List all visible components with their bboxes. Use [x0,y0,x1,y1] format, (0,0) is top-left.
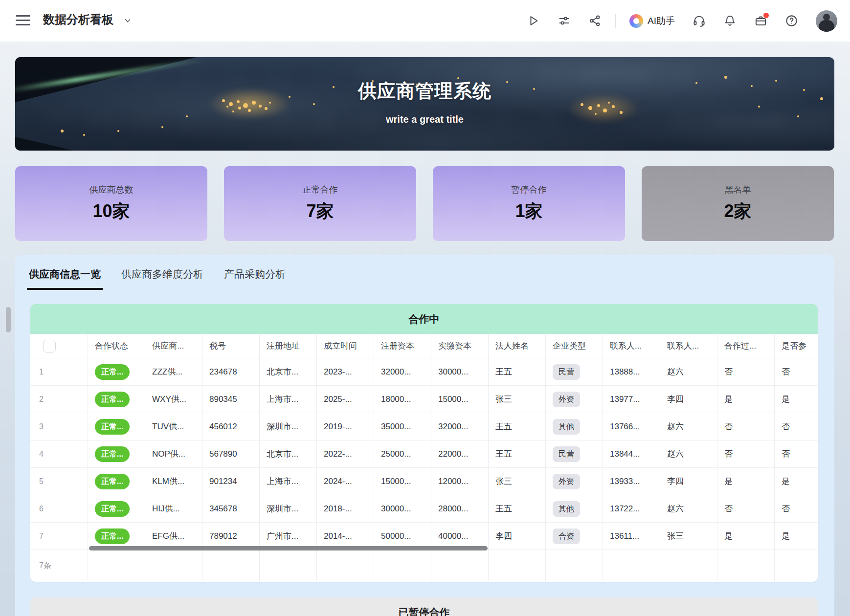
table-cell[interactable]: 890345 [202,386,260,413]
table-cell[interactable]: 13933... [603,468,660,495]
table-cell[interactable]: 王五 [489,440,546,468]
column-header[interactable]: 供应商... [145,334,202,358]
table-cell[interactable]: 上海市... [260,468,317,495]
table-cell[interactable]: 是 [775,468,818,495]
table-cell[interactable]: 李四 [660,468,717,495]
table-cell[interactable]: 30000... [431,358,489,386]
table-cell[interactable]: 456012 [202,413,260,440]
column-header[interactable]: 是否参 [775,334,818,358]
table-cell[interactable]: 32000... [374,358,431,386]
table-cell[interactable]: NOP供... [145,440,202,468]
table-cell[interactable]: 正常... [88,413,145,440]
table-cell[interactable]: 外资 [546,386,603,413]
share-icon[interactable] [588,14,602,27]
column-header[interactable]: 法人姓名 [489,334,546,358]
table-cell[interactable]: 李四 [489,523,546,550]
table-row[interactable]: 6正常...HIJ供...345678深圳市...2018-...30000..… [30,495,818,523]
hero-subtitle[interactable]: write a great title [15,114,834,125]
table-cell[interactable]: 13844... [603,440,660,468]
table-cell[interactable]: 901234 [202,468,260,495]
tab-supplier-info-overview[interactable]: 供应商信息一览 [27,267,103,290]
table-cell[interactable]: 正常... [88,440,145,468]
table-cell[interactable]: 其他 [546,413,603,440]
stat-card-paused-cooperation[interactable]: 暂停合作 1家 [433,166,625,241]
table-cell[interactable]: 15000... [374,468,431,495]
table-cell[interactable]: 13888... [603,358,660,386]
page-vertical-scrollbar[interactable] [6,307,11,332]
stat-card-total-suppliers[interactable]: 供应商总数 10家 [15,166,207,241]
help-icon[interactable] [785,14,798,27]
table-cell[interactable]: 2024-... [317,468,374,495]
table-cell[interactable]: 567890 [202,440,260,468]
table-cell[interactable]: 35000... [374,413,431,440]
table-cell[interactable]: 李四 [660,386,717,413]
table-cell[interactable]: 赵六 [660,413,717,440]
table-cell[interactable]: 否 [717,440,775,468]
column-header[interactable]: 合作状态 [88,334,145,358]
table-cell[interactable]: 2019-... [317,413,374,440]
table-cell[interactable]: 13722... [603,495,660,523]
table-cell[interactable]: 上海市... [260,386,317,413]
table-cell[interactable]: KLM供... [145,468,202,495]
table-cell[interactable]: 是 [775,386,818,413]
table-cell[interactable]: 13977... [603,386,660,413]
column-header[interactable]: 成立时间 [317,334,374,358]
table-cell[interactable]: 13611... [603,523,660,550]
table-cell[interactable]: 32000... [431,413,489,440]
table-cell[interactable]: 赵六 [660,440,717,468]
column-header[interactable]: 企业类型 [546,334,603,358]
table-cell[interactable]: 赵六 [660,495,717,523]
table-cell[interactable]: 是 [717,523,775,550]
tab-supplier-multidimensional-analysis[interactable]: 供应商多维度分析 [119,267,205,290]
table-cell[interactable]: 否 [775,413,818,440]
horizontal-scrollbar[interactable] [89,546,488,550]
cover-banner[interactable]: 供应商管理系统 write a great title [15,57,834,151]
table-cell[interactable]: 345678 [202,495,260,523]
table-cell[interactable]: 其他 [546,495,603,523]
table-cell[interactable]: WXY供... [145,386,202,413]
table-cell[interactable]: 王五 [489,495,546,523]
table-cell[interactable]: 张三 [660,523,717,550]
table-cell[interactable]: 深圳市... [260,495,317,523]
stat-card-normal-cooperation[interactable]: 正常合作 7家 [224,166,416,241]
table-cell[interactable]: 2018-... [317,495,374,523]
table-cell[interactable]: TUV供... [145,413,202,440]
table-cell[interactable]: 22000... [431,440,489,468]
table-cell[interactable]: 28000... [431,495,489,523]
table-cell[interactable]: 是 [717,386,775,413]
user-avatar[interactable] [816,10,837,32]
table-row[interactable]: 2正常...WXY供...890345上海市...2025-...18000..… [30,386,818,413]
table-cell[interactable]: 30000... [374,495,431,523]
table-cell[interactable]: 张三 [489,386,546,413]
table-cell[interactable]: 否 [717,358,775,386]
table-cell[interactable]: 是 [775,523,818,550]
table-cell[interactable]: 13766... [603,413,660,440]
table-cell[interactable]: 深圳市... [260,413,317,440]
column-header[interactable]: 注册资本 [374,334,431,358]
table-cell[interactable]: ZZZ供... [145,358,202,386]
table-cell[interactable]: 张三 [489,468,546,495]
table-cell[interactable]: 25000... [374,440,431,468]
table-cell[interactable]: 2022-... [317,440,374,468]
table-row[interactable]: 3正常...TUV供...456012深圳市...2019-...35000..… [30,413,818,440]
stat-card-blacklist[interactable]: 黑名单 2家 [642,166,834,241]
table-cell[interactable]: 王五 [489,413,546,440]
table-cell[interactable]: 是 [717,468,775,495]
table-cell[interactable]: 18000... [374,386,431,413]
table-cell[interactable]: 234678 [202,358,260,386]
table-cell[interactable]: 王五 [489,358,546,386]
column-header[interactable]: 实缴资本 [431,334,489,358]
column-header[interactable]: 税号 [202,334,260,358]
table-cell[interactable]: 正常... [88,468,145,495]
headset-icon[interactable] [693,14,706,27]
hero-title[interactable]: 供应商管理系统 [15,79,834,104]
column-header[interactable]: 联系人... [660,334,717,358]
column-header[interactable]: 联系人... [603,334,660,358]
briefcase-button[interactable] [754,14,767,27]
table-cell[interactable]: 民营 [546,440,603,468]
table-cell[interactable]: HIJ供... [145,495,202,523]
table-cell[interactable]: 否 [717,495,775,523]
table-cell[interactable]: 正常... [88,495,145,523]
select-all-checkbox[interactable] [43,340,56,352]
table-cell[interactable]: 正常... [88,386,145,413]
